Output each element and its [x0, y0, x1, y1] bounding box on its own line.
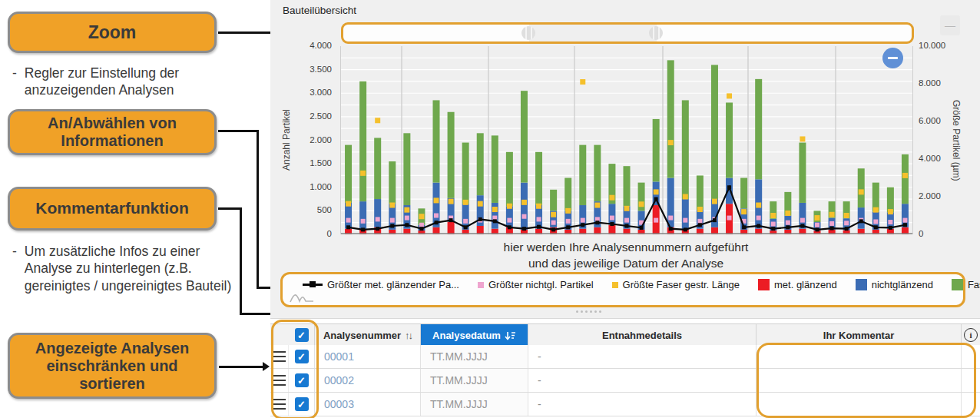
legend-item[interactable]: met. glänzend: [758, 279, 837, 290]
analysis-range-slider[interactable]: [341, 22, 914, 44]
callout-comment: Kommentarfunktion: [8, 187, 217, 231]
legend-item[interactable]: Fasern: [952, 279, 980, 290]
axis-tick: 4.000: [310, 41, 332, 50]
checkbox-checked-icon: ✓: [295, 350, 309, 363]
minus-icon: [888, 57, 898, 59]
row-info-spacer: [962, 369, 980, 392]
connector-comment-line: [218, 207, 241, 210]
table-info-button[interactable]: i: [962, 324, 980, 346]
table-row: ✓00001TT.MM.JJJJ-: [270, 345, 980, 369]
chart-legend: Größter met. glänzender Pa...Größter nic…: [280, 272, 965, 307]
legend-swatch-icon: [952, 279, 963, 290]
analysis-number-link[interactable]: 00003: [315, 393, 421, 416]
left-axis-ticks: 4.0003.5003.0002.5002.0001.5001.0005000: [303, 46, 336, 234]
axis-tick: 2.000: [919, 191, 941, 201]
analysis-date-cell: TT.MM.JJJJ: [421, 393, 528, 416]
info-icon: i: [964, 328, 978, 342]
column-header-analysenummer[interactable]: Analysenummer ↑↓: [315, 324, 421, 346]
analysis-date-cell: TT.MM.JJJJ: [421, 369, 528, 392]
axis-tick: 1.000: [310, 182, 332, 191]
connector-toggle-line: [218, 130, 258, 132]
comment-cell[interactable]: [757, 393, 962, 416]
axis-tick: 3.500: [310, 65, 332, 74]
axis-tick: 500: [317, 205, 332, 214]
hamburger-icon: [273, 375, 286, 386]
axis-tick: 1.500: [310, 158, 332, 168]
slider-handle-right[interactable]: [649, 26, 663, 40]
distribution-curve-icon[interactable]: [289, 291, 315, 304]
right-axis-ticks: 10.0008.0006.0004.0002.0000: [914, 46, 948, 234]
axis-tick: 8.000: [919, 78, 941, 88]
legend-line-marker-icon: [303, 284, 323, 286]
chart-plot[interactable]: [340, 46, 913, 234]
row-checkbox[interactable]: ✓: [289, 369, 315, 392]
annotated-screenshot: Zoom - Regler zur Einstellung der anzuze…: [0, 0, 980, 418]
legend-item-label: nichtglänzend: [872, 279, 933, 290]
callout-zoom-note: - Regler zur Einstellung der anzuzeigend…: [12, 65, 237, 99]
table-row: ✓00002TT.MM.JJJJ-: [270, 369, 980, 393]
panel-splitter-handle[interactable]: [576, 310, 601, 313]
callout-zoom-label: Zoom: [88, 22, 137, 42]
legend-item-label: Größter met. glänzender Pa...: [327, 279, 459, 290]
sort-descending-icon: [505, 330, 516, 340]
entnahme-details-cell: -: [528, 393, 757, 416]
axis-tick: 2.500: [310, 111, 332, 121]
axis-tick: 0: [327, 229, 332, 238]
x-axis-annotation-line2: und das jeweilige Datum der Analyse: [340, 257, 912, 270]
checkbox-checked-icon: ✓: [295, 328, 309, 342]
column-header-entnahmedetails[interactable]: Entnahmedetails: [528, 324, 757, 346]
header-drag-column: [270, 324, 289, 346]
analysis-date-cell: TT.MM.JJJJ: [421, 345, 528, 368]
row-drag-handle[interactable]: [270, 393, 289, 416]
analysis-number-link[interactable]: 00002: [315, 369, 421, 392]
slider-selected-range[interactable]: [529, 25, 657, 41]
connector-toggle-line: [257, 130, 259, 288]
chart-zoom-out-button[interactable]: [882, 48, 903, 68]
x-axis-annotation-line1: hier werden Ihre Analysennummern aufgefü…: [340, 241, 912, 254]
column-header-ihr-kommentar[interactable]: Ihr Kommentar: [757, 324, 962, 346]
legend-swatch-icon: [612, 282, 618, 288]
legend-item[interactable]: nichtglänzend: [856, 279, 933, 290]
row-checkbox[interactable]: ✓: [289, 345, 315, 368]
legend-item-label: Größte Faser gestr. Länge: [623, 279, 740, 290]
row-drag-handle[interactable]: [270, 369, 289, 392]
left-axis-label: Anzahl Partikel: [281, 46, 292, 234]
slider-handle-left[interactable]: [521, 26, 535, 40]
hamburger-icon: [273, 399, 286, 410]
bullet-dash: -: [12, 65, 17, 99]
connector-toggle-line: [257, 287, 272, 289]
analysis-number-link[interactable]: 00001: [315, 345, 421, 368]
checkbox-checked-icon: ✓: [295, 373, 309, 387]
axis-tick: 6.000: [919, 116, 941, 125]
legend-item[interactable]: Größter nichtgl. Partikel: [478, 279, 594, 290]
callout-toggle-info: An/Abwählen von Informationen: [8, 109, 217, 155]
sort-both-icon: ↑↓: [405, 330, 412, 341]
axis-tick: 0: [919, 229, 923, 238]
hamburger-icon: [273, 351, 286, 362]
legend-swatch-icon: [758, 279, 770, 290]
callout-comment-note: - Um zusätzliche Infos zu einer Analyse …: [12, 243, 240, 294]
legend-item[interactable]: Größte Faser gestr. Länge: [612, 279, 740, 290]
table-row: ✓00003TT.MM.JJJJ-: [270, 393, 980, 416]
comment-cell[interactable]: [757, 345, 962, 368]
select-all-checkbox[interactable]: ✓: [289, 324, 315, 346]
row-info-spacer: [962, 393, 980, 416]
legend-item-label: Fasern: [968, 279, 980, 290]
axis-tick: 4.000: [919, 154, 941, 163]
stacked-bar-chart: [341, 46, 912, 234]
table-body: ✓00001TT.MM.JJJJ-✓00002TT.MM.JJJJ-✓00003…: [270, 345, 980, 416]
minimize-button[interactable]: —: [940, 15, 960, 35]
column-header-analysedatum[interactable]: Analysedatum: [421, 324, 528, 346]
analysis-table: ✓ Analysenummer ↑↓ Analysedatum Entnahm: [270, 318, 980, 418]
callout-toggle-info-label: An/Abwählen von Informationen: [33, 114, 191, 150]
comment-cell[interactable]: [757, 369, 962, 392]
axis-tick: 10.000: [919, 41, 945, 50]
row-drag-handle[interactable]: [270, 345, 289, 368]
bullet-dash: -: [12, 243, 17, 294]
callout-comment-label: Kommentarfunktion: [35, 199, 189, 217]
legend-item-label: Größter nichtgl. Partikel: [488, 279, 594, 290]
row-checkbox[interactable]: ✓: [289, 393, 315, 416]
callout-restrict-label: Angezeigte Analysen einschränken und sor…: [28, 340, 196, 393]
legend-item[interactable]: Größter met. glänzender Pa...: [303, 279, 459, 290]
table-header-row: ✓ Analysenummer ↑↓ Analysedatum Entnahm: [270, 323, 980, 347]
